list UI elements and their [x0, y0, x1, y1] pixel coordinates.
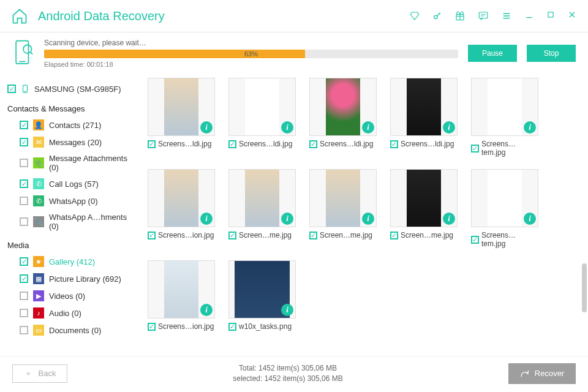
checkbox[interactable]: [20, 197, 28, 205]
info-icon[interactable]: i: [443, 213, 455, 225]
checkbox[interactable]: [471, 236, 479, 244]
thumb-item[interactable]: iScreens…ldi.jpg: [309, 78, 377, 157]
sidebar-item-whatsapp[interactable]: ✆WhatsApp (0): [7, 192, 137, 209]
thumb-item[interactable]: iw10x_tasks.png: [228, 260, 296, 331]
total-stats: Total: 1452 item(s) 305,06 MB: [67, 363, 508, 374]
thumbnail[interactable]: i: [390, 78, 458, 136]
checkbox[interactable]: [20, 326, 28, 334]
section-contacts-messages: Contacts & Messages: [7, 101, 137, 116]
checkbox[interactable]: [20, 257, 28, 266]
info-icon[interactable]: i: [281, 121, 293, 134]
thumbnail[interactable]: i: [309, 78, 377, 136]
info-icon[interactable]: i: [200, 121, 213, 134]
info-icon[interactable]: i: [362, 213, 374, 225]
thumbnail[interactable]: i: [228, 260, 296, 318]
sidebar-item-audio[interactable]: ♪Audio (0): [7, 304, 137, 322]
checkbox[interactable]: [228, 323, 236, 331]
thumbnail[interactable]: i: [228, 78, 296, 136]
thumb-item[interactable]: iScreen…me.jpg: [309, 169, 377, 248]
checkbox[interactable]: [20, 217, 28, 226]
checkbox[interactable]: [148, 140, 156, 148]
thumbnail[interactable]: i: [148, 169, 215, 227]
checkbox[interactable]: [148, 232, 156, 239]
thumb-filename: Screens…tem.jpg: [481, 140, 538, 157]
checkbox[interactable]: [20, 292, 28, 300]
info-icon[interactable]: i: [524, 121, 536, 134]
info-icon[interactable]: i: [281, 213, 293, 225]
checkbox[interactable]: [309, 140, 317, 148]
thumb-item[interactable]: iScreens…ldi.jpg: [148, 78, 215, 157]
close-icon[interactable]: [567, 10, 577, 20]
back-button[interactable]: Back: [12, 364, 67, 383]
thumb-filename: Screens…ldi.jpg: [239, 140, 292, 148]
sidebar-item-msg-attach[interactable]: 📎Message Attachments (0): [7, 151, 137, 175]
sidebar-item-messages[interactable]: ✉Messages (20): [7, 134, 137, 151]
thumb-image: [407, 78, 441, 136]
checkbox[interactable]: [148, 323, 156, 331]
checkbox[interactable]: [20, 274, 28, 283]
thumb-item[interactable]: iScreens…ion.jpg: [148, 169, 215, 248]
sidebar-item-picture-lib[interactable]: ▦Picture Library (692): [7, 270, 137, 287]
thumb-label-row: Screens…tem.jpg: [471, 140, 538, 157]
thumbnail[interactable]: i: [471, 78, 538, 136]
gift-icon[interactable]: [454, 10, 466, 21]
checkbox[interactable]: [20, 121, 28, 129]
checkbox[interactable]: [20, 179, 28, 188]
sidebar-item-contacts[interactable]: 👤Contacts (271): [7, 116, 137, 134]
thumb-item[interactable]: iScreen…me.jpg: [390, 169, 458, 248]
sidebar-item-documents[interactable]: ▭Documents (0): [7, 322, 137, 339]
info-icon[interactable]: i: [281, 304, 293, 316]
info-icon[interactable]: i: [200, 304, 213, 316]
checkbox[interactable]: [228, 140, 236, 148]
pause-button[interactable]: Pause: [468, 45, 517, 62]
scrollbar-track[interactable]: [582, 80, 587, 337]
thumbnail[interactable]: i: [148, 260, 215, 318]
thumbnail[interactable]: i: [309, 169, 377, 227]
checkbox[interactable]: [309, 232, 317, 239]
thumbnail[interactable]: i: [390, 169, 458, 227]
key-icon[interactable]: [432, 11, 442, 21]
device-row[interactable]: SAMSUNG (SM-G985F): [7, 80, 137, 97]
thumb-item[interactable]: iScreens…ldi.jpg: [390, 78, 458, 157]
checkbox[interactable]: [471, 145, 479, 153]
thumb-image: [488, 78, 522, 136]
scrollbar-thumb[interactable]: [582, 263, 587, 312]
sidebar-item-videos[interactable]: ▶Videos (0): [7, 287, 137, 304]
checkbox[interactable]: [20, 309, 28, 317]
diamond-icon[interactable]: [409, 10, 420, 21]
info-icon[interactable]: i: [362, 121, 374, 134]
checkbox[interactable]: [20, 138, 28, 146]
sidebar-item-gallery[interactable]: ★Gallery (412): [7, 253, 137, 270]
thumb-filename: Screens…ldi.jpg: [158, 140, 211, 148]
thumbnail[interactable]: i: [471, 169, 538, 227]
svg-line-7: [30, 51, 32, 54]
thumb-item[interactable]: iScreens…ion.jpg: [148, 260, 215, 331]
stop-button[interactable]: Stop: [527, 45, 576, 62]
info-icon[interactable]: i: [200, 213, 213, 225]
minimize-icon[interactable]: [524, 10, 534, 20]
thumb-item[interactable]: iScreens…ldi.jpg: [228, 78, 296, 157]
info-icon[interactable]: i: [524, 213, 536, 225]
thumb-item[interactable]: iScreens…tem.jpg: [471, 169, 538, 248]
menu-icon[interactable]: [501, 10, 512, 21]
thumb-image: [164, 260, 198, 318]
checkbox[interactable]: [7, 85, 16, 93]
recover-button[interactable]: Recover: [508, 363, 576, 384]
checkbox[interactable]: [20, 159, 28, 167]
thumbnail[interactable]: i: [148, 78, 215, 136]
checkbox[interactable]: [390, 232, 398, 239]
thumb-item[interactable]: iScreens…tem.jpg: [471, 78, 538, 157]
sidebar-item-whatsapp-att[interactable]: 📎WhatsApp A…hments (0): [7, 209, 137, 234]
thumb-image: [326, 78, 360, 136]
thumb-image: [245, 78, 279, 136]
feedback-icon[interactable]: [478, 10, 489, 21]
checkbox[interactable]: [390, 140, 398, 148]
maximize-icon[interactable]: [546, 10, 555, 19]
home-icon[interactable]: [11, 7, 28, 24]
thumbnail[interactable]: i: [228, 169, 296, 227]
info-icon[interactable]: i: [443, 121, 455, 134]
checkbox[interactable]: [228, 232, 236, 239]
sidebar-item-call-logs[interactable]: ✆Call Logs (57): [7, 175, 137, 192]
thumb-label-row: w10x_tasks.png: [228, 322, 296, 331]
thumb-item[interactable]: iScreen…me.jpg: [228, 169, 296, 248]
